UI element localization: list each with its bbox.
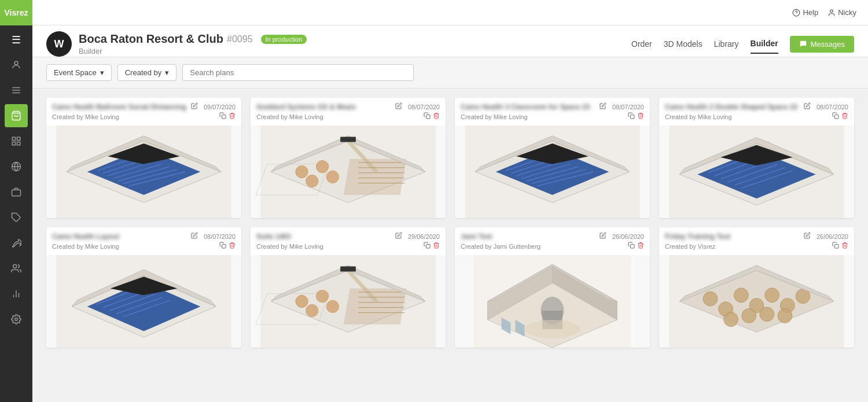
- page-subtitle: Builder: [79, 47, 307, 56]
- delete-icon[interactable]: [841, 242, 848, 250]
- event-space-filter[interactable]: Event Space ▾: [46, 64, 112, 81]
- logo-text: Visrez: [5, 8, 28, 17]
- nav-builder[interactable]: Builder: [751, 34, 778, 54]
- created-by-filter[interactable]: Created by ▾: [117, 64, 177, 81]
- svg-rect-119: [835, 245, 839, 249]
- delete-icon[interactable]: [229, 112, 236, 121]
- delete-icon[interactable]: [229, 242, 236, 250]
- sidebar-item-chart[interactable]: [5, 282, 28, 305]
- plan-thumbnail[interactable]: [46, 255, 241, 348]
- plan-date: 26/06/2020: [816, 233, 848, 240]
- svg-rect-44: [344, 159, 407, 195]
- edit-icon[interactable]: [395, 102, 402, 111]
- edit-icon[interactable]: [804, 232, 811, 241]
- plan-card[interactable]: Camo Health 3 Classroom for Space 23 08/…: [455, 98, 650, 218]
- svg-rect-21: [222, 115, 226, 119]
- svg-rect-8: [17, 142, 20, 145]
- copy-icon[interactable]: [832, 112, 839, 121]
- plan-date: 08/07/2020: [612, 104, 644, 110]
- plan-title: Jami Test: [461, 233, 597, 241]
- user-label: Nicky: [838, 8, 856, 17]
- plan-card-header: Jami Test 26/06/2020 Created by Jami Gut…: [455, 227, 650, 255]
- plan-thumbnail[interactable]: [659, 255, 854, 348]
- delete-icon[interactable]: [637, 112, 644, 121]
- plan-title: Camo Health Layout: [52, 233, 189, 241]
- edit-icon[interactable]: [191, 232, 198, 241]
- copy-icon[interactable]: [832, 242, 839, 250]
- plan-thumbnail[interactable]: [455, 126, 650, 218]
- svg-rect-35: [426, 115, 431, 119]
- svg-point-17: [15, 318, 18, 321]
- sidebar-item-grid[interactable]: [5, 130, 28, 153]
- sidebar-item-briefcase[interactable]: [5, 180, 28, 204]
- help-label: Help: [803, 8, 818, 17]
- plan-card-header: Camo Health Ballroom Social Distancing 0…: [46, 98, 241, 126]
- edit-icon[interactable]: [804, 102, 811, 111]
- sidebar-item-tag[interactable]: [5, 206, 28, 229]
- sidebar-item-cart[interactable]: [5, 104, 28, 127]
- plan-thumbnail[interactable]: [455, 255, 650, 348]
- nav-order[interactable]: Order: [631, 35, 652, 53]
- app-logo: Visrez: [0, 0, 32, 25]
- plan-thumbnail[interactable]: [251, 255, 446, 348]
- venue-id: #0095: [227, 34, 253, 45]
- plan-card[interactable]: Friday Training Test 26/06/2020 Created …: [659, 227, 854, 348]
- sidebar-item-leaf[interactable]: [5, 231, 28, 255]
- sidebar: Visrez ☰: [0, 0, 32, 402]
- plan-card-header: Camo Health 2 Double Shaped Space 22 08/…: [659, 98, 854, 126]
- copy-icon[interactable]: [628, 112, 635, 121]
- svg-rect-91: [426, 245, 431, 249]
- plans-container: Camo Health Ballroom Social Distancing 0…: [32, 88, 868, 402]
- help-link[interactable]: Help: [792, 8, 818, 17]
- delete-icon[interactable]: [637, 242, 644, 250]
- svg-point-41: [316, 160, 328, 172]
- plan-card[interactable]: Jami Test 26/06/2020 Created by Jami Gut…: [455, 227, 650, 348]
- delete-icon[interactable]: [433, 112, 440, 121]
- edit-icon[interactable]: [395, 232, 402, 241]
- sidebar-item-settings[interactable]: [5, 308, 28, 331]
- copy-icon[interactable]: [219, 112, 226, 121]
- plan-card[interactable]: Camo Health 2 Double Shaped Space 22 08/…: [659, 98, 854, 218]
- plan-card[interactable]: Camo Health Layout 08/07/2020 Created by…: [46, 227, 241, 348]
- copy-icon[interactable]: [424, 112, 431, 121]
- svg-point-43: [326, 171, 339, 183]
- svg-point-99: [326, 300, 339, 312]
- plan-thumbnail[interactable]: [659, 126, 854, 218]
- plan-creator: Created by Mike Loving: [256, 113, 323, 120]
- messages-button[interactable]: Messages: [790, 36, 854, 53]
- delete-icon[interactable]: [433, 242, 440, 250]
- copy-icon[interactable]: [628, 242, 635, 250]
- menu-button[interactable]: ☰: [6, 28, 27, 52]
- svg-rect-6: [17, 137, 20, 140]
- svg-rect-7: [12, 142, 15, 145]
- copy-icon[interactable]: [219, 242, 226, 250]
- plan-card[interactable]: Camo Health Ballroom Social Distancing 0…: [46, 98, 241, 218]
- plan-creator: Created by Mike Loving: [52, 243, 119, 250]
- plans-grid: Camo Health Ballroom Social Distancing 0…: [46, 98, 854, 348]
- sidebar-item-globe[interactable]: [5, 155, 28, 178]
- plan-thumbnail[interactable]: [46, 126, 241, 218]
- svg-rect-108: [631, 245, 635, 249]
- edit-icon[interactable]: [599, 232, 606, 241]
- svg-point-126: [765, 288, 779, 303]
- status-badge: In production: [261, 35, 307, 44]
- plan-thumbnail[interactable]: [251, 126, 446, 218]
- delete-icon[interactable]: [841, 112, 848, 121]
- plan-date: 29/06/2020: [408, 233, 440, 240]
- edit-icon[interactable]: [191, 102, 198, 111]
- sidebar-item-users[interactable]: [5, 257, 28, 280]
- nav-3dmodels[interactable]: 3D Models: [664, 35, 703, 53]
- user-menu[interactable]: Nicky: [827, 8, 856, 17]
- plan-card[interactable]: Suite 1463 29/06/2020 Created by Mike Lo…: [251, 227, 446, 348]
- svg-point-132: [778, 308, 792, 323]
- sidebar-item-list[interactable]: [5, 79, 28, 102]
- svg-point-131: [760, 307, 774, 322]
- plan-card-header: Friday Training Test 26/06/2020 Created …: [659, 227, 854, 255]
- nav-library[interactable]: Library: [714, 35, 739, 53]
- copy-icon[interactable]: [424, 242, 431, 250]
- plan-card[interactable]: Goddard Systems GS & Meals 08/07/2020 Cr…: [251, 98, 446, 218]
- avatar: W: [46, 31, 72, 57]
- edit-icon[interactable]: [599, 102, 606, 111]
- search-input[interactable]: [182, 64, 414, 81]
- sidebar-item-home[interactable]: [5, 53, 28, 76]
